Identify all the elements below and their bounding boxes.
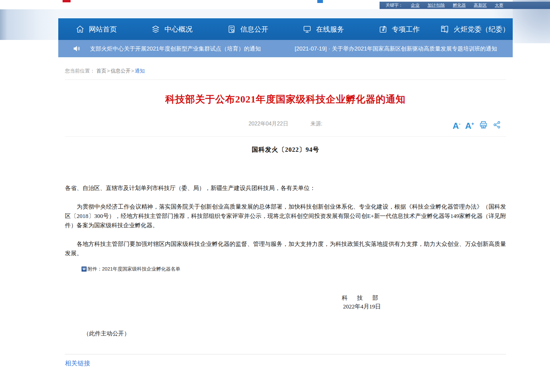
keyword-link-dasai[interactable]: 大赛 [495, 2, 503, 8]
body-paragraph-1: 为贯彻中央经济工作会议精神，落实国务院关于创新创业高质量发展的总体部署，加快科技… [65, 202, 506, 230]
layers-icon [151, 25, 160, 34]
keyword-link-gaoxinqu[interactable]: 高新区 [474, 2, 487, 8]
nav-item-special-work[interactable]: 专项工作 [361, 18, 437, 40]
disclosure-note: （此件主动公开） [83, 329, 506, 337]
attachment-link[interactable]: W 附件：2021年度国家级科技企业孵化器名单 [82, 266, 506, 272]
header-icon-fragment [317, 0, 323, 3]
document-icon [227, 25, 236, 34]
source-label: 来源: [310, 121, 322, 126]
breadcrumb-separator: > [131, 68, 134, 74]
nav-item-label: 中心概况 [164, 25, 192, 34]
breadcrumb-current-notices[interactable]: 通知 [135, 68, 145, 74]
meta-divider [65, 136, 506, 137]
ticker-notice-right[interactable]: [2021-07-19] · 关于举办2021年国家高新区创新驱动高质量发展专题… [295, 45, 497, 53]
keywords-bar: 关键字： 企业 加计扣除 孵化器 高新区 大赛 [380, 2, 550, 9]
article-tools: A- A+ [453, 118, 501, 132]
announcement-ticker: 支部火炬中心关于开展2021年度创新型产业集群试点（培育）的通知 [2021-0… [58, 40, 513, 57]
breadcrumb-label: 您当前位置： [65, 68, 95, 74]
article-meta-row: 2022年04月22日 来源: A- A+ [65, 117, 506, 130]
signature-agency: 科 技 部 [329, 294, 395, 302]
nav-item-label: 专项工作 [392, 25, 420, 34]
breadcrumb: 您当前位置： 首页>信息公开>通知 [65, 57, 506, 80]
nav-item-overview[interactable]: 中心概况 [134, 18, 210, 40]
article-title: 科技部关于公布2021年度国家级科技企业孵化器的通知 [65, 93, 506, 106]
nav-item-label: 网站首页 [89, 25, 117, 34]
content-area: 您当前位置： 首页>信息公开>通知 科技部关于公布2021年度国家级科技企业孵化… [58, 57, 513, 392]
salutation-paragraph: 各省、自治区、直辖市及计划单列市科技厅（委、局），新疆生产建设兵团科技局，各有关… [65, 183, 506, 193]
keyword-link-qiye[interactable]: 企业 [411, 2, 419, 8]
body-paragraph-2: 各地方科技主管部门要加强对辖区内国家级科技企业孵化器的监督、管理与服务，加大支持… [65, 239, 506, 258]
nav-item-info-disclosure[interactable]: 信息公开 [210, 18, 286, 40]
breadcrumb-separator: > [107, 68, 110, 74]
page: 关键字： 企业 加计扣除 孵化器 高新区 大赛 网站首页 中心概况 [0, 0, 550, 392]
share-icon[interactable] [493, 120, 501, 129]
keyword-link-jiajikouchu[interactable]: 加计扣除 [427, 2, 445, 8]
breadcrumb-info-disclosure[interactable]: 信息公开 [111, 68, 131, 74]
book-icon [440, 25, 449, 34]
nav-item-online-services[interactable]: 在线服务 [286, 18, 362, 40]
speaker-icon [72, 44, 81, 55]
related-links-title[interactable]: 相关链接 [65, 359, 506, 368]
nav-item-label: 在线服务 [316, 25, 344, 34]
font-decrease-button[interactable]: A- [453, 118, 460, 132]
ticker-notice-left[interactable]: 支部火炬中心关于开展2021年度创新型产业集群试点（培育）的通知 [90, 45, 261, 53]
nav-item-label: 火炬党委（纪委） [453, 25, 509, 34]
home-icon [76, 25, 85, 34]
pen-icon [379, 25, 388, 34]
keyword-link-fuhuaqi[interactable]: 孵化器 [453, 2, 466, 8]
document-number: 国科发火〔2022〕94号 [65, 145, 506, 154]
publish-date: 2022年04月22日 [248, 121, 288, 126]
monitor-icon [303, 25, 312, 34]
signature-block: 科 技 部 2022年4月19日 [329, 294, 395, 311]
logo-fragment [63, 0, 71, 2]
related-links-divider [65, 354, 506, 354]
keywords-label: 关键字： [386, 2, 403, 8]
signature-date: 2022年4月19日 [329, 302, 395, 311]
word-doc-icon: W [82, 267, 87, 272]
article-body: 各省、自治区、直辖市及计划单列市科技厅（委、局），新疆生产建设兵团科技局，各有关… [65, 183, 506, 258]
main-nav: 网站首页 中心概况 信息公开 在线服务 [58, 18, 513, 40]
breadcrumb-home[interactable]: 首页 [96, 68, 106, 74]
font-increase-button[interactable]: A+ [465, 118, 474, 132]
nav-item-label: 信息公开 [240, 25, 268, 34]
print-icon[interactable] [479, 120, 488, 129]
nav-item-party-committee[interactable]: 火炬党委（纪委） [437, 18, 513, 40]
attachment-label: 附件：2021年度国家级科技企业孵化器名单 [88, 266, 180, 272]
nav-item-home[interactable]: 网站首页 [58, 18, 134, 40]
